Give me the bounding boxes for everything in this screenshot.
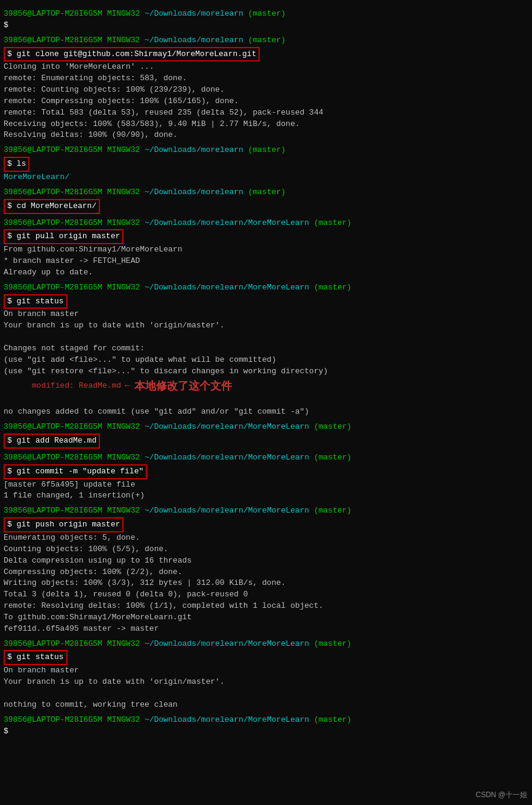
command-ls: $ ls (4, 156, 528, 172)
status1-out-1: On branch master (4, 309, 528, 320)
prompt-status2: 39856@LAPTOP-M28I6G5M MINGW32 ~/Download… (4, 639, 528, 650)
command-commit: $ git commit -m "update file" (4, 464, 528, 479)
command-clone: $ git clone git@github.com:Shirmay1/More… (4, 46, 528, 62)
ls-output: MoreMoreLearn/ (4, 172, 528, 183)
status1-out-6: no changes added to commit (use "git add… (4, 406, 528, 418)
cd-command-box: $ cd MoreMoreLearn/ (4, 199, 100, 214)
clone-output-1: Cloning into 'MoreMoreLearn' ... (4, 62, 528, 73)
pull-output-2: * branch master -> FETCH_HEAD (4, 256, 528, 267)
dollar-init: $ (4, 20, 528, 31)
clone-output-5: remote: Total 583 (delta 53), reused 235… (4, 107, 528, 119)
commit-command-box: $ git commit -m "update file" (4, 464, 147, 479)
push-out-4: Compressing objects: 100% (2/2), done. (4, 567, 528, 578)
section-cd: 39856@LAPTOP-M28I6G5M MINGW32 ~/Download… (4, 187, 528, 214)
status1-out-blank1 (4, 332, 528, 343)
push-out-6: Total 3 (delta 1), reused 0 (delta 0), p… (4, 589, 528, 601)
push-out-7: remote: Resolving deltas: 100% (1/1), co… (4, 601, 528, 612)
section-commit: 39856@LAPTOP-M28I6G5M MINGW32 ~/Download… (4, 452, 528, 502)
section-pull: 39856@LAPTOP-M28I6G5M MINGW32 ~/Download… (4, 218, 528, 279)
command-cd: $ cd MoreMoreLearn/ (4, 198, 528, 214)
status1-out-4: (use "git add <file>..." to update what … (4, 355, 528, 366)
pull-command-box: $ git pull origin master (4, 229, 124, 244)
clone-command-box: $ git clone git@github.com:Shirmay1/More… (4, 47, 260, 62)
prompt-pull: 39856@LAPTOP-M28I6G5M MINGW32 ~/Download… (4, 218, 528, 229)
section-init: 39856@LAPTOP-M28I6G5M MINGW32 ~/Download… (4, 8, 528, 31)
command-status2: $ git status (4, 649, 528, 665)
prompt-ls: 39856@LAPTOP-M28I6G5M MINGW32 ~/Download… (4, 145, 528, 156)
clone-output-7: Resolving deltas: 100% (90/90), done. (4, 130, 528, 141)
pull-output-1: From github.com:Shirmay1/MoreMoreLearn (4, 244, 528, 256)
section-add: 39856@LAPTOP-M28I6G5M MINGW32 ~/Download… (4, 421, 528, 449)
status2-out-3: nothing to commit, working tree clean (4, 699, 528, 711)
command-add: $ git add ReadMe.md (4, 433, 528, 449)
clone-output-2: remote: Enumerating objects: 583, done. (4, 73, 528, 84)
status1-out-5: (use "git restore <file>..." to discard … (4, 366, 528, 377)
annotation-chinese: 本地修改了这个文件 (134, 378, 232, 394)
modified-annotation: modified: ReadMe.md ← 本地修改了这个文件 (4, 378, 528, 394)
section-status1: 39856@LAPTOP-M28I6G5M MINGW32 ~/Download… (4, 282, 528, 418)
prompt-clone: 39856@LAPTOP-M28I6G5M MINGW32 ~/Download… (4, 35, 528, 46)
clone-output-4: remote: Compressing objects: 100% (165/1… (4, 96, 528, 107)
command-push: $ git push origin master (4, 517, 528, 532)
section-clone: 39856@LAPTOP-M28I6G5M MINGW32 ~/Download… (4, 35, 528, 142)
prompt-add: 39856@LAPTOP-M28I6G5M MINGW32 ~/Download… (4, 421, 528, 433)
prompt-final: 39856@LAPTOP-M28I6G5M MINGW32 ~/Download… (4, 715, 528, 726)
status1-out-2: Your branch is up to date with 'origin/m… (4, 320, 528, 332)
status2-command-box: $ git status (4, 650, 67, 665)
push-out-3: Delta compression using up to 16 threads (4, 555, 528, 567)
clone-output-6: Receiving objects: 100% (583/583), 9.40 … (4, 119, 528, 130)
status1-command-box: $ git status (4, 294, 67, 309)
push-command-box: $ git push origin master (4, 517, 124, 532)
status2-out-1: On branch master (4, 665, 528, 677)
prompt-cd: 39856@LAPTOP-M28I6G5M MINGW32 ~/Download… (4, 187, 528, 198)
status1-out-3: Changes not staged for commit: (4, 343, 528, 355)
add-command-box: $ git add ReadMe.md (4, 434, 100, 449)
section-final: 39856@LAPTOP-M28I6G5M MINGW32 ~/Download… (4, 715, 528, 737)
command-status1: $ git status (4, 294, 528, 309)
push-out-1: Enumerating objects: 5, done. (4, 532, 528, 544)
status1-out-blank2 (4, 396, 528, 407)
push-out-9: fef911d..6f5a495 master -> master (4, 623, 528, 635)
commit-out-2: 1 file changed, 1 insertion(+) (4, 490, 528, 502)
push-out-5: Writing objects: 100% (3/3), 312 bytes |… (4, 578, 528, 589)
status2-out-2: Your branch is up to date with 'origin/m… (4, 677, 528, 688)
final-dollar: $ (4, 726, 528, 737)
watermark: CSDN @十一姐 (475, 790, 527, 800)
prompt-init: 39856@LAPTOP-M28I6G5M MINGW32 ~/Download… (4, 8, 528, 20)
modified-text: modified: ReadMe.md (4, 380, 121, 392)
prompt-commit: 39856@LAPTOP-M28I6G5M MINGW32 ~/Download… (4, 452, 528, 464)
command-pull: $ git pull origin master (4, 229, 528, 244)
section-push: 39856@LAPTOP-M28I6G5M MINGW32 ~/Download… (4, 505, 528, 634)
section-status2: 39856@LAPTOP-M28I6G5M MINGW32 ~/Download… (4, 639, 528, 711)
annotation-arrow: ← (125, 379, 131, 393)
commit-out-1: [master 6f5a495] update file (4, 479, 528, 491)
prompt-status1: 39856@LAPTOP-M28I6G5M MINGW32 ~/Download… (4, 282, 528, 294)
pull-output-3: Already up to date. (4, 267, 528, 279)
push-out-8: To github.com:Shirmay1/MoreMoreLearn.git (4, 612, 528, 623)
push-out-2: Counting objects: 100% (5/5), done. (4, 544, 528, 555)
clone-output-3: remote: Counting objects: 100% (239/239)… (4, 84, 528, 96)
ls-command-box: $ ls (4, 157, 30, 172)
status2-out-blank (4, 688, 528, 699)
prompt-push: 39856@LAPTOP-M28I6G5M MINGW32 ~/Download… (4, 505, 528, 517)
terminal: 39856@LAPTOP-M28I6G5M MINGW32 ~/Download… (4, 8, 528, 737)
section-ls: 39856@LAPTOP-M28I6G5M MINGW32 ~/Download… (4, 145, 528, 183)
